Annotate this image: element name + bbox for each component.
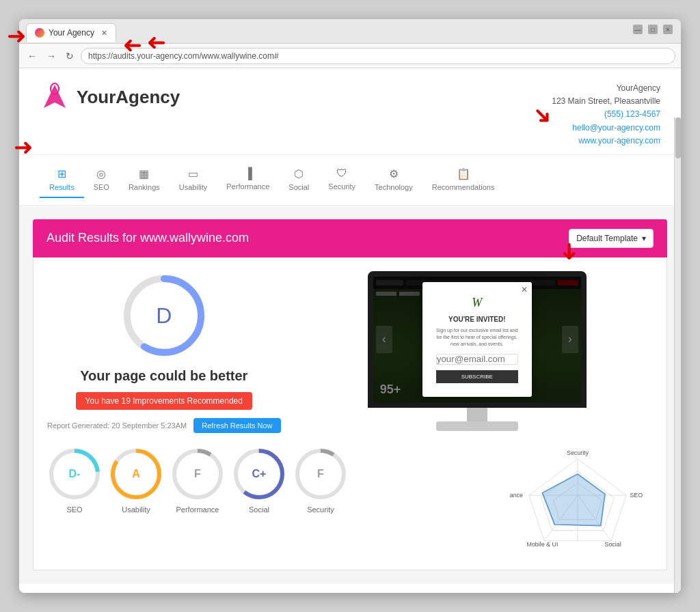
score-grade-security: F	[317, 468, 324, 480]
grade-section: D Your page could be better You have 19 …	[47, 271, 281, 433]
reload-button[interactable]: ↻	[63, 48, 77, 64]
browser-toolbar: ← → ↻	[19, 44, 681, 68]
popup-overlay: ✕ W YOU'RE INVITED! Sign up for our excl…	[373, 277, 581, 402]
page-content: YourAgency YourAgency 123 Main Street, P…	[19, 68, 681, 593]
tab-title: Your Agency	[49, 28, 94, 38]
logo-text-bold: Agency	[116, 87, 180, 107]
address-bar[interactable]	[81, 48, 675, 64]
score-label-seo: SEO	[66, 505, 82, 514]
score-label-usability: Usability	[122, 505, 150, 514]
agency-name: YourAgency	[552, 82, 660, 95]
score-label-social: Social	[249, 505, 269, 514]
svg-text:Security: Security	[567, 449, 589, 456]
technology-icon: ⚙	[389, 167, 399, 180]
audit-main-row: D Your page could be better You have 19 …	[47, 271, 653, 433]
nav-item-seo[interactable]: ◎ SEO	[84, 162, 119, 198]
maximize-button[interactable]: □	[648, 25, 658, 34]
close-button[interactable]: ×	[663, 25, 673, 34]
radar-section: Security SEO Social Mobile & UI Performa…	[502, 447, 653, 556]
results-icon: ⊞	[57, 167, 66, 180]
svg-text:Social: Social	[604, 541, 621, 548]
monitor-frame: ‹ › 95+ ✕ W YOU'RE I	[368, 271, 587, 431]
score-item-social: C+ Social	[232, 447, 286, 514]
browser-controls: — □ ×	[633, 25, 673, 34]
rankings-icon: ▦	[139, 167, 149, 180]
score-circle-usability: A	[109, 447, 163, 501]
refresh-button[interactable]: Refresh Results Now	[193, 418, 280, 433]
nav-item-usability[interactable]: ▭ Usability	[170, 162, 217, 198]
social-icon: ⬡	[294, 167, 304, 180]
nav-label-performance: Performance	[226, 182, 269, 191]
agency-info: YourAgency 123 Main Street, Pleasantvill…	[552, 82, 660, 148]
monitor-stand-base	[436, 421, 518, 431]
browser-titlebar: Your Agency ✕ — □ ×	[19, 19, 681, 44]
browser-window: Your Agency ✕ — □ × ← → ↻	[19, 19, 681, 593]
nav-label-usability: Usability	[179, 183, 208, 191]
audit-header: Audit Results for www.wallywine.com Defa…	[33, 219, 667, 258]
radar-chart: Security SEO Social Mobile & UI Performa…	[509, 447, 646, 556]
popup-subscribe-button[interactable]: SUBSCRIBE	[436, 370, 518, 383]
grade-letter: D	[156, 303, 172, 328]
scrollbar[interactable]	[674, 117, 681, 593]
template-select[interactable]: Default Template ▾	[569, 229, 654, 248]
nav-item-results[interactable]: ⊞ Results	[40, 162, 84, 198]
score-item-seo: D- SEO	[47, 447, 102, 514]
svg-text:Performance: Performance	[509, 492, 523, 499]
agency-website[interactable]: www.your-agency.com	[552, 135, 660, 148]
tab-close-button[interactable]: ✕	[101, 29, 107, 38]
score-grade-seo: D-	[69, 468, 81, 480]
performance-icon: ▐	[244, 167, 252, 180]
nav-label-security: Security	[328, 182, 355, 191]
nav-item-technology[interactable]: ⚙ Technology	[365, 162, 422, 198]
score-item-usability: A Usability	[109, 447, 163, 514]
agency-email[interactable]: hello@your-agency.com	[552, 122, 660, 135]
score-circle-social: C+	[232, 447, 286, 501]
score-grade-usability: A	[132, 468, 140, 480]
minimize-button[interactable]: —	[633, 25, 643, 34]
nav-item-social[interactable]: ⬡ Social	[279, 162, 319, 198]
logo-text-light: Your	[77, 87, 116, 107]
nav-label-seo: SEO	[94, 183, 109, 191]
security-icon: 🛡	[336, 167, 347, 180]
svg-text:Mobile & UI: Mobile & UI	[527, 541, 558, 548]
nav-item-rankings[interactable]: ▦ Rankings	[119, 162, 170, 198]
score-circle-performance: F	[170, 447, 225, 501]
audit-title: Audit Results for www.wallywine.com	[46, 231, 249, 245]
agency-address: 123 Main Street, Pleasantville	[552, 95, 660, 108]
nav-label-social: Social	[288, 183, 309, 191]
site-header: YourAgency YourAgency 123 Main Street, P…	[19, 68, 681, 155]
tab-favicon	[35, 28, 44, 38]
logo-text: YourAgency	[77, 87, 180, 108]
nav-label-results: Results	[49, 183, 75, 191]
monitor-screen: ‹ › 95+ ✕ W YOU'RE I	[368, 271, 587, 408]
main-content: Audit Results for www.wallywine.com Defa…	[19, 206, 681, 584]
popup-modal: ✕ W YOU'RE INVITED! Sign up for our excl…	[422, 282, 532, 397]
seo-icon: ◎	[96, 167, 106, 180]
agency-phone[interactable]: (555) 123-4567	[552, 108, 660, 121]
score-label-performance: Performance	[176, 505, 219, 514]
forward-button[interactable]: →	[44, 48, 59, 64]
popup-title: YOU'RE INVITED!	[436, 316, 518, 323]
template-label: Default Template	[576, 234, 638, 243]
score-circle-security: F	[293, 447, 348, 501]
browser-tab[interactable]: Your Agency ✕	[26, 23, 116, 42]
site-screenshot: ‹ › 95+ ✕ W YOU'RE I	[373, 277, 581, 402]
logo-area: YourAgency	[40, 82, 180, 112]
score-grade-social: C+	[252, 468, 267, 480]
nav-item-performance[interactable]: ▐ Performance	[217, 162, 279, 197]
popup-text: Sign up for our exclusive email list and…	[436, 327, 518, 347]
nav-item-security[interactable]: 🛡 Security	[319, 162, 365, 197]
report-date: Report Generated: 20 September 5:23AM	[47, 421, 187, 430]
scrollbar-thumb	[675, 117, 681, 158]
svg-marker-21	[542, 474, 605, 526]
popup-close-button[interactable]: ✕	[521, 285, 528, 294]
back-button[interactable]: ←	[25, 48, 40, 64]
popup-email-input[interactable]	[436, 354, 518, 365]
score-grade-performance: F	[194, 468, 201, 480]
site-navigation: ⊞ Results ◎ SEO ▦ Rankings ▭ Usability ▐…	[19, 155, 681, 206]
popup-logo: W	[436, 296, 518, 310]
scores-row: D- SEO A Usability	[47, 447, 653, 556]
grade-circle: D	[120, 271, 208, 360]
score-label-security: Security	[307, 505, 334, 514]
nav-item-recommendations[interactable]: 📋 Recommendations	[422, 162, 504, 198]
